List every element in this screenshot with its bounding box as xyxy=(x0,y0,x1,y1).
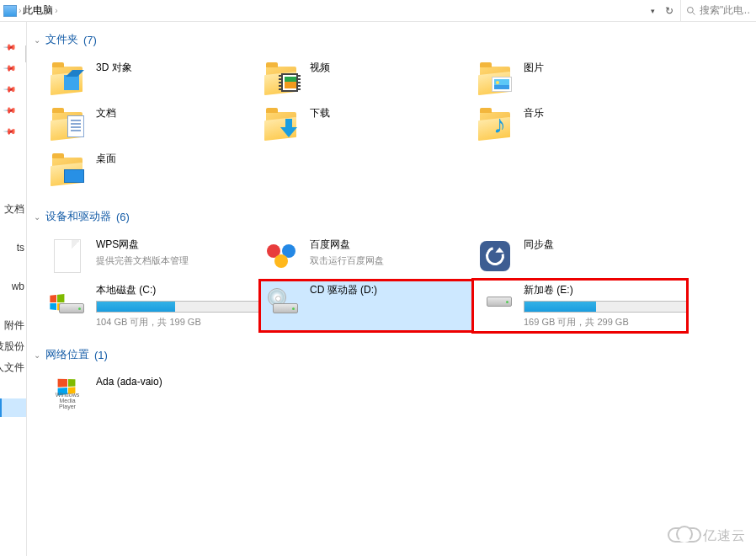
main-content: ⌄ 文件夹 (7) 3D 对象 视频 图片 文档 下载 音乐 桌面 ⌄ 设备和驱… xyxy=(27,22,756,556)
sidebar-item[interactable]: 📌 xyxy=(0,121,26,140)
folders-grid: 3D 对象 视频 图片 文档 下载 音乐 桌面 xyxy=(45,57,749,194)
item-label: 图片 xyxy=(524,61,684,75)
wps-icon xyxy=(54,239,81,273)
pin-icon: 📌 xyxy=(3,124,17,137)
sidebar-item[interactable]: 📌 xyxy=(0,37,26,56)
search-placeholder: 搜索"此电… xyxy=(700,3,751,18)
item-sub: 提供完善文档版本管理 xyxy=(96,254,256,267)
folder-icon xyxy=(478,65,512,94)
folder-icon xyxy=(264,65,298,94)
item-label: 本地磁盘 (C:) xyxy=(96,283,260,297)
folder-desktop[interactable]: 桌面 xyxy=(45,148,259,194)
sidebar-item[interactable]: 人文件 xyxy=(0,358,26,377)
item-label: 视频 xyxy=(310,61,470,75)
folder-icon xyxy=(478,110,512,139)
dropdown-button[interactable]: ▾ xyxy=(645,2,660,20)
chevron-down-icon: ⌄ xyxy=(34,212,40,222)
item-label: 百度网盘 xyxy=(310,238,470,252)
breadcrumb[interactable]: › 此电脑 › xyxy=(0,3,645,18)
music-icon xyxy=(493,115,512,137)
this-pc-icon xyxy=(3,5,17,17)
section-count: (7) xyxy=(83,34,97,46)
storage-bar xyxy=(524,301,688,313)
item-label: CD 驱动器 (D:) xyxy=(310,283,470,297)
folder-music[interactable]: 音乐 xyxy=(473,103,687,148)
item-label: 文档 xyxy=(96,106,256,120)
section-count: (6) xyxy=(116,211,130,223)
refresh-button[interactable]: ↻ xyxy=(662,2,677,20)
item-label: 3D 对象 xyxy=(96,61,256,75)
cd-drive-icon xyxy=(264,288,298,315)
drive-c[interactable]: 本地磁盘 (C:)104 GB 可用，共 199 GB xyxy=(45,280,259,332)
address-bar: › 此电脑 › ▾ ↻ 搜索"此电… xyxy=(0,0,756,22)
chevron-down-icon: ▾ xyxy=(651,7,655,15)
svg-line-1 xyxy=(693,12,695,14)
sidebar-item[interactable]: 科技股份 xyxy=(0,337,26,356)
pin-icon: 📌 xyxy=(3,103,17,116)
sync-icon xyxy=(480,241,510,271)
sidebar: 📌 📌 📌 📌 📌 文档 ts wb 附件 科技股份 人文件 xyxy=(0,22,27,556)
item-label: 音乐 xyxy=(524,106,684,120)
section-header-drives[interactable]: ⌄ 设备和驱动器 (6) xyxy=(34,209,749,224)
item-sub: 104 GB 可用，共 199 GB xyxy=(96,316,260,329)
network-grid: WindowsMedia PlayerAda (ada-vaio) xyxy=(45,372,749,418)
desktop-icon xyxy=(64,169,84,183)
item-label: 下载 xyxy=(310,106,470,120)
picture-icon xyxy=(492,77,512,92)
chevron-right-icon: › xyxy=(55,6,57,15)
refresh-icon: ↻ xyxy=(665,5,673,17)
baidu-icon xyxy=(267,244,295,268)
drive-baidu[interactable]: 百度网盘双击运行百度网盘 xyxy=(259,234,473,280)
hdd-icon xyxy=(51,288,84,315)
folder-documents[interactable]: 文档 xyxy=(45,103,259,148)
item-label: Ada (ada-vaio) xyxy=(96,376,256,388)
sidebar-item[interactable]: 📌 xyxy=(0,58,26,77)
item-sub: 双击运行百度网盘 xyxy=(310,254,470,267)
cloud-icon xyxy=(668,526,698,546)
section-title: 网络位置 xyxy=(45,347,89,362)
folder-icon xyxy=(51,65,84,94)
wmp-icon: WindowsMedia Player xyxy=(52,379,83,409)
sidebar-item[interactable]: 文档 xyxy=(4,200,26,218)
svg-point-0 xyxy=(688,7,694,13)
address-buttons: ▾ ↻ xyxy=(645,2,680,20)
item-label: 桌面 xyxy=(96,152,256,166)
folder-downloads[interactable]: 下载 xyxy=(259,103,473,148)
separator xyxy=(25,45,26,62)
drive-d-cd[interactable]: CD 驱动器 (D:) xyxy=(259,280,473,332)
sidebar-item[interactable]: 附件 xyxy=(4,316,26,334)
section-header-folders[interactable]: ⌄ 文件夹 (7) xyxy=(34,32,749,47)
storage-bar xyxy=(96,301,260,313)
folder-pictures[interactable]: 图片 xyxy=(473,57,687,103)
sidebar-item[interactable]: ts xyxy=(17,238,26,257)
drive-sync[interactable]: 同步盘 xyxy=(473,234,687,280)
drive-wps[interactable]: WPS网盘提供完善文档版本管理 xyxy=(45,234,259,280)
search-input[interactable]: 搜索"此电… xyxy=(680,0,756,22)
document-icon xyxy=(67,115,84,137)
watermark-text: 亿速云 xyxy=(703,527,746,545)
folder-icon xyxy=(51,156,84,184)
drive-e[interactable]: 新加卷 (E:)169 GB 可用，共 299 GB xyxy=(473,280,687,332)
network-location[interactable]: WindowsMedia PlayerAda (ada-vaio) xyxy=(45,372,259,418)
item-label: 新加卷 (E:) xyxy=(524,283,688,297)
sidebar-item[interactable]: 📌 xyxy=(0,79,26,98)
folder-videos[interactable]: 视频 xyxy=(259,57,473,103)
folder-3d-objects[interactable]: 3D 对象 xyxy=(45,57,259,103)
download-icon xyxy=(280,119,298,137)
search-icon xyxy=(686,6,696,16)
folder-icon xyxy=(264,110,298,139)
chevron-down-icon: ⌄ xyxy=(34,35,40,45)
sidebar-item[interactable]: 📌 xyxy=(0,100,26,119)
section-count: (1) xyxy=(94,349,108,361)
item-sub: 169 GB 可用，共 299 GB xyxy=(524,316,688,329)
watermark: 亿速云 xyxy=(668,526,746,546)
cube-icon xyxy=(64,72,84,92)
chevron-down-icon: ⌄ xyxy=(34,350,40,360)
sidebar-item-selected[interactable] xyxy=(0,398,26,417)
section-header-network[interactable]: ⌄ 网络位置 (1) xyxy=(34,347,749,362)
sidebar-item[interactable]: wb xyxy=(12,277,26,296)
pin-icon: 📌 xyxy=(3,82,17,95)
breadcrumb-location[interactable]: 此电脑 xyxy=(23,3,53,18)
item-label: 同步盘 xyxy=(524,238,684,252)
pin-icon: 📌 xyxy=(3,61,17,74)
